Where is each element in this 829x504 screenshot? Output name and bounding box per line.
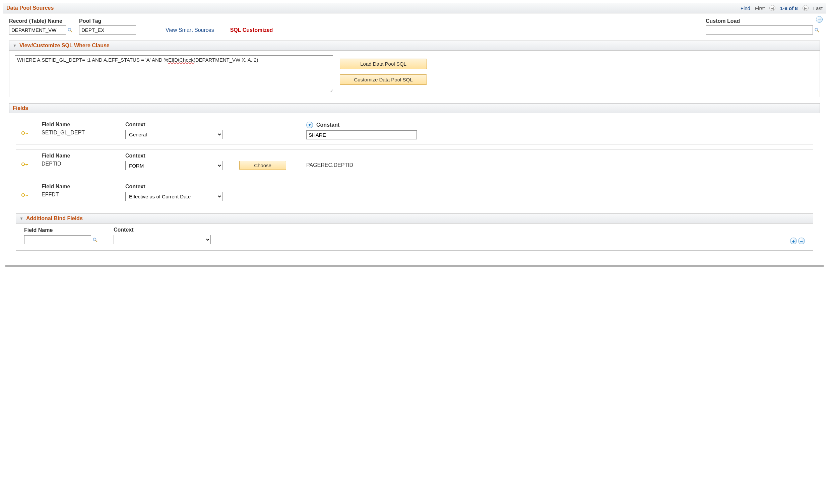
field-row: Field NameDEPTIDContextFORMChoosePAGEREC… [16, 149, 813, 175]
field-name-value: SETID_GL_DEPT [41, 130, 119, 136]
context-label: Context [125, 184, 232, 190]
section-divider [5, 265, 824, 267]
data-pool-body: − Record (Table) Name Pool Tag View Smar… [3, 13, 826, 257]
nav-last[interactable]: Last [813, 5, 823, 11]
nav-range[interactable]: 1-8 of 8 [780, 5, 798, 11]
bind-context-select[interactable] [114, 235, 211, 244]
bind-fields-body: Field Name Context + − [16, 223, 813, 251]
field-row: Field NameSETID_GL_DEPTContextGeneral▼Co… [16, 118, 813, 144]
custom-load-label: Custom Load [706, 18, 820, 24]
svg-point-8 [22, 163, 25, 166]
constant-label: Constant [316, 122, 339, 128]
svg-line-1 [71, 31, 72, 32]
customize-data-pool-sql-button[interactable]: Customize Data Pool SQL [340, 74, 427, 85]
field-name-label: Field Name [41, 184, 119, 190]
record-name-label: Record (Table) Name [9, 18, 73, 24]
view-smart-sources-link[interactable]: View Smart Sources [166, 27, 214, 33]
record-name-input[interactable] [9, 26, 66, 35]
custom-load-input[interactable] [706, 26, 813, 35]
load-data-pool-sql-button[interactable]: Load Data Pool SQL [340, 59, 427, 69]
svg-line-17 [96, 240, 97, 242]
sql-where-textarea[interactable]: WHERE A.SETID_GL_DEPT= :1 AND A.EFF_STAT… [15, 55, 333, 92]
pool-tag-field: Pool Tag [79, 18, 136, 35]
section-title: Data Pool Sources [6, 5, 53, 11]
bind-fields-header[interactable]: ▼ Additional Bind Fields [16, 213, 813, 223]
lookup-icon[interactable] [814, 27, 820, 33]
context-select[interactable]: General [125, 130, 222, 139]
context-label: Context [125, 122, 232, 128]
bind-field-name-label: Field Name [24, 227, 98, 233]
sql-customized-label: SQL Customized [230, 27, 273, 33]
lookup-icon[interactable] [67, 27, 73, 33]
prev-arrow-icon[interactable]: ◀ [769, 5, 776, 11]
lookup-icon[interactable] [92, 237, 98, 243]
next-arrow-icon[interactable]: ▶ [802, 5, 808, 11]
svg-point-12 [22, 194, 25, 196]
field-row: Field NameEFFDTContextEffective as of Cu… [16, 180, 813, 206]
find-link[interactable]: Find [741, 5, 750, 11]
svg-rect-10 [27, 164, 27, 165]
field-name-label: Field Name [41, 153, 119, 159]
svg-rect-14 [27, 195, 27, 196]
collapse-triangle-icon[interactable]: ▼ [13, 43, 17, 48]
field-name-label: Field Name [41, 122, 119, 128]
delete-row-icon[interactable]: − [798, 238, 805, 244]
svg-point-4 [22, 132, 25, 134]
field-name-value: EFFDT [41, 192, 119, 198]
expand-constant-icon[interactable]: ▼ [306, 122, 313, 128]
constant-input[interactable] [306, 130, 417, 139]
add-row-icon[interactable]: + [790, 238, 797, 244]
bind-context-label: Context [114, 227, 211, 233]
record-name-field: Record (Table) Name [9, 18, 73, 35]
where-clause-header[interactable]: ▼ View/Customize SQL Where Clause [9, 41, 820, 50]
collapse-triangle-icon[interactable]: ▼ [20, 216, 24, 221]
data-pool-sources-header: Data Pool Sources Find First ◀ 1-8 of 8 … [3, 3, 826, 13]
fields-header: Fields [9, 103, 820, 113]
key-icon [22, 130, 35, 136]
where-clause-title: View/Customize SQL Where Clause [20, 42, 110, 48]
grid-nav-controls: Find First ◀ 1-8 of 8 ▶ Last [741, 5, 823, 11]
svg-rect-9 [24, 164, 28, 165]
where-clause-body: WHERE A.SETID_GL_DEPT= :1 AND A.EFF_STAT… [9, 50, 820, 97]
pool-tag-input[interactable] [79, 26, 136, 35]
collapse-row-icon[interactable]: − [816, 16, 823, 23]
context-label: Context [125, 153, 232, 159]
custom-load-field: Custom Load [706, 18, 820, 35]
svg-line-3 [818, 31, 819, 32]
field-name-value: DEPTID [41, 161, 119, 167]
nav-first[interactable]: First [755, 5, 765, 11]
context-select[interactable]: FORM [125, 161, 222, 170]
top-row: Record (Table) Name Pool Tag View Smart … [9, 18, 820, 35]
pool-tag-label: Pool Tag [79, 18, 136, 24]
bind-fields-title: Additional Bind Fields [26, 215, 83, 221]
svg-rect-13 [24, 195, 28, 195]
fields-title: Fields [13, 105, 28, 111]
reference-value: PAGEREC.DEPTID [306, 162, 420, 168]
svg-rect-11 [28, 164, 28, 165]
svg-rect-15 [28, 195, 28, 196]
svg-rect-7 [28, 133, 28, 134]
svg-rect-5 [24, 133, 28, 133]
key-icon [22, 161, 35, 168]
choose-button[interactable]: Choose [239, 161, 286, 170]
key-icon [22, 192, 35, 199]
svg-rect-6 [27, 133, 27, 134]
context-select[interactable]: Effective as of Current Date [125, 192, 222, 201]
bind-field-name-input[interactable] [24, 235, 91, 244]
